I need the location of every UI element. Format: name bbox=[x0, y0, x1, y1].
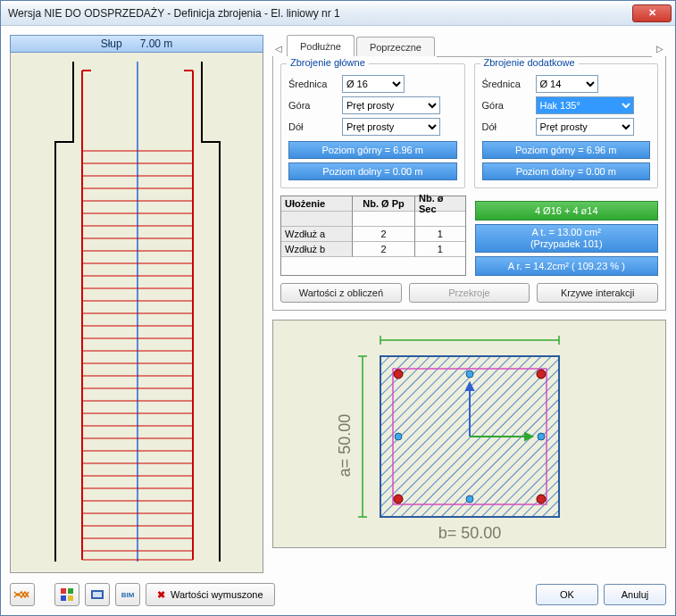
dialog-window: Wersja NIE DO ODSPRZEDAŻY - Definicja zb… bbox=[0, 0, 676, 616]
forced-values-button[interactable]: ✖ Wartości wymuszone bbox=[146, 583, 275, 606]
capture-icon bbox=[90, 587, 104, 602]
tabs-scroll-left[interactable]: ◁ bbox=[272, 40, 285, 56]
right-column: ◁ Podłużne Poprzeczne ▷ Zbrojenie główne… bbox=[272, 35, 666, 573]
bim-icon: BIM bbox=[121, 591, 135, 599]
svg-point-55 bbox=[395, 433, 402, 440]
interaction-curves-button[interactable]: Krzywe interakcji bbox=[537, 283, 658, 303]
svg-point-53 bbox=[466, 370, 473, 378]
additional-reinforcement-group: Zbrojenie dodatkowe Średnica Ø 14 Góra H… bbox=[474, 63, 659, 188]
summary-at: A t. = 13.00 cm² (Przypadek 101) bbox=[475, 224, 659, 253]
reinforcement-groups: Zbrojenie główne Średnica Ø 16 Góra Pręt… bbox=[280, 63, 658, 188]
main-level-bottom[interactable]: Poziom dolny = 0.00 m bbox=[288, 162, 457, 180]
svg-rect-63 bbox=[61, 595, 66, 601]
ok-button[interactable]: OK bbox=[536, 584, 598, 605]
tab-label: Podłużne bbox=[300, 41, 341, 52]
x-icon: ✖ bbox=[157, 589, 165, 601]
main-reinforcement-group: Zbrojenie główne Średnica Ø 16 Góra Pręt… bbox=[280, 63, 465, 188]
summary-column: 4 Ø16 + 4 ø14 A t. = 13.00 cm² (Przypade… bbox=[475, 196, 659, 276]
tab-longitudinal[interactable]: Podłużne bbox=[287, 35, 355, 56]
bim-icon-button[interactable]: BIM bbox=[115, 583, 140, 606]
client-area: Słup 7.00 m bbox=[1, 26, 675, 616]
bottom-label: Dół bbox=[482, 121, 530, 132]
main-level-top[interactable]: Poziom górny = 6.96 m bbox=[288, 141, 457, 159]
close-button[interactable]: ✕ bbox=[632, 4, 672, 22]
a-dim-label: a= 50.00 bbox=[336, 414, 354, 478]
top-label: Góra bbox=[288, 100, 337, 111]
titlebar: Wersja NIE DO ODSPRZEDAŻY - Definicja zb… bbox=[1, 1, 675, 26]
main-top-select[interactable]: Pręt prosty bbox=[342, 96, 440, 114]
section-canvas[interactable]: a= 50.00 b= 50.00 bbox=[272, 320, 666, 548]
col-nb-sec: Nb. ø Sec bbox=[415, 196, 465, 212]
svg-rect-62 bbox=[68, 588, 73, 594]
col-nb-pp: Nb. Ø Pp bbox=[353, 196, 415, 212]
table-summary-row: Ułożenie Nb. Ø Pp Nb. ø Sec Wzdłuż a 2 1 bbox=[280, 196, 658, 276]
svg-rect-66 bbox=[93, 592, 102, 597]
svg-point-56 bbox=[538, 433, 545, 440]
action-buttons: Wartości z obliczeń Przekroje Krzywe int… bbox=[280, 283, 658, 303]
add-bottom-select[interactable]: Pręt prosty bbox=[536, 118, 634, 136]
table-empty-row bbox=[281, 212, 465, 227]
palette-icon-button[interactable] bbox=[54, 583, 79, 606]
palette-icon bbox=[60, 587, 74, 602]
at-case: (Przypadek 101) bbox=[530, 238, 603, 250]
tabs-scroll-right[interactable]: ▷ bbox=[654, 40, 666, 56]
add-top-select[interactable]: Hak 135° bbox=[536, 96, 634, 114]
window-title: Wersja NIE DO ODSPRZEDAŻY - Definicja zb… bbox=[8, 7, 632, 20]
bottom-label: Dół bbox=[288, 121, 337, 132]
capture-icon-button[interactable] bbox=[85, 583, 110, 606]
calc-values-button[interactable]: Wartości z obliczeń bbox=[280, 283, 402, 303]
svg-rect-64 bbox=[68, 595, 73, 601]
beam-type: Słup bbox=[101, 37, 122, 50]
summary-ar: A r. = 14.2cm² ( 109.23 % ) bbox=[475, 256, 659, 276]
group-legend: Zbrojenie dodatkowe bbox=[480, 57, 579, 68]
svg-point-50 bbox=[537, 370, 546, 379]
beam-header: Słup 7.00 m bbox=[10, 35, 263, 53]
forced-label: Wartości wymuszone bbox=[171, 589, 263, 600]
table-row[interactable]: Wzdłuż b 2 1 bbox=[281, 242, 465, 257]
close-icon: ✕ bbox=[648, 7, 656, 19]
add-diameter-select[interactable]: Ø 14 bbox=[536, 75, 598, 93]
section-svg: a= 50.00 b= 50.00 bbox=[273, 320, 648, 548]
diameter-label: Średnica bbox=[482, 79, 530, 89]
main-diameter-select[interactable]: Ø 16 bbox=[342, 75, 405, 93]
svg-rect-61 bbox=[61, 588, 66, 594]
main-row: Słup 7.00 m bbox=[10, 35, 666, 573]
table-header: Ułożenie Nb. Ø Pp Nb. ø Sec bbox=[281, 196, 465, 212]
add-level-bottom[interactable]: Poziom dolny = 0.00 m bbox=[482, 162, 651, 180]
summary-bars: 4 Ø16 + 4 ø14 bbox=[475, 201, 659, 221]
tab-content: Zbrojenie główne Średnica Ø 16 Góra Pręt… bbox=[272, 56, 666, 311]
beam-elevation-canvas[interactable] bbox=[10, 53, 263, 573]
b-dim-label: b= 50.00 bbox=[438, 524, 502, 542]
tab-transverse[interactable]: Poprzeczne bbox=[356, 37, 435, 56]
cancel-button[interactable]: Anuluj bbox=[604, 584, 666, 605]
svg-point-49 bbox=[394, 370, 403, 379]
beam-svg bbox=[11, 53, 263, 570]
group-legend: Zbrojenie główne bbox=[287, 57, 369, 68]
diagram-icon bbox=[13, 588, 31, 601]
tabs: ◁ Podłużne Poprzeczne ▷ bbox=[272, 35, 666, 56]
footer: BIM ✖ Wartości wymuszone OK Anuluj bbox=[10, 582, 666, 607]
sections-button: Przekroje bbox=[409, 283, 530, 303]
svg-point-52 bbox=[537, 495, 546, 504]
svg-point-51 bbox=[394, 495, 403, 504]
at-value: A t. = 13.00 cm² bbox=[532, 227, 601, 238]
diagram-icon-button[interactable] bbox=[10, 583, 35, 606]
beam-length: 7.00 m bbox=[140, 37, 173, 50]
add-level-top[interactable]: Poziom górny = 6.96 m bbox=[482, 141, 651, 159]
tab-label: Poprzeczne bbox=[370, 42, 421, 53]
diameter-label: Średnica bbox=[288, 79, 337, 89]
left-column: Słup 7.00 m bbox=[10, 35, 263, 573]
layout-table[interactable]: Ułożenie Nb. Ø Pp Nb. ø Sec Wzdłuż a 2 1 bbox=[280, 196, 466, 276]
table-row[interactable]: Wzdłuż a 2 1 bbox=[281, 227, 465, 242]
col-layout: Ułożenie bbox=[281, 196, 353, 212]
main-bottom-select[interactable]: Pręt prosty bbox=[342, 118, 440, 136]
top-label: Góra bbox=[482, 100, 530, 111]
svg-point-54 bbox=[466, 495, 473, 503]
